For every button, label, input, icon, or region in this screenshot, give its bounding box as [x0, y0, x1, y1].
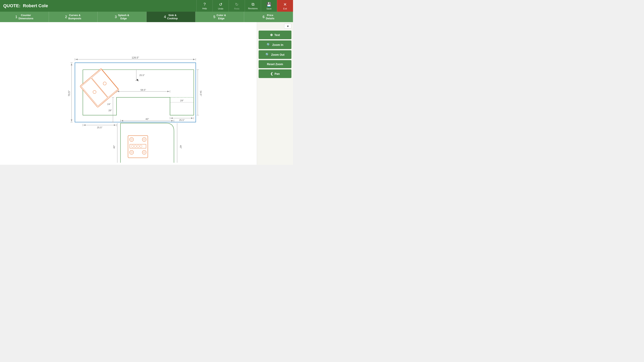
svg-marker-8 [193, 58, 195, 60]
svg-marker-13 [71, 64, 72, 65]
revisions-label: Revisions [248, 7, 258, 10]
canvas-area: 126.5" 70.5" 25.5" 58.5" [0, 22, 257, 165]
tab-counter-dimensions[interactable]: 1 CounterDimensions [0, 12, 49, 22]
revisions-icon: ⧉ [252, 2, 254, 7]
redo-label: Redo [234, 7, 239, 10]
svg-marker-52 [172, 120, 173, 121]
pan-icon: ❮ [270, 72, 273, 76]
main-content: 126.5" 70.5" 25.5" 58.5" [0, 22, 293, 165]
svg-marker-36 [191, 117, 193, 119]
text-label: Text [274, 33, 280, 37]
svg-text:25.5": 25.5" [139, 74, 145, 77]
app-header: QUOTE: Robert Cole ? Help ↺ Undo ↻ Redo … [0, 0, 293, 12]
zoom-in-button[interactable]: 🔍 Zoom In [258, 40, 292, 49]
save-icon: 💾 [266, 2, 272, 7]
sidebar: ▾ ⊕ Text 🔍 Zoom In 🔍 Zoom Out Reset Zoom… [257, 22, 293, 165]
undo-button[interactable]: ↺ Undo [212, 0, 228, 12]
collapse-button[interactable]: ▾ [284, 24, 292, 28]
svg-text:70.5": 70.5" [68, 90, 71, 96]
header-actions: ? Help ↺ Undo ↻ Redo ⧉ Revisions 💾 Save … [196, 0, 293, 12]
svg-text:54.5": 54.5" [200, 91, 202, 96]
zoom-in-label: Zoom In [272, 43, 283, 46]
quote-label: QUOTE: [3, 3, 20, 8]
undo-icon: ↺ [219, 2, 222, 7]
zoom-out-label: Zoom Out [271, 53, 284, 56]
svg-marker-14 [71, 119, 72, 121]
svg-text:25.5": 25.5" [97, 126, 102, 129]
svg-marker-24 [168, 91, 169, 92]
svg-text:40": 40" [146, 118, 149, 120]
tab-splash-edge[interactable]: 3 Splash &Edge [98, 12, 146, 22]
save-label: Save [266, 7, 272, 10]
help-icon: ? [204, 2, 206, 7]
svg-text:28": 28" [108, 109, 112, 112]
help-button[interactable]: ? Help [196, 0, 212, 12]
svg-marker-35 [171, 117, 173, 119]
svg-text:24": 24" [107, 103, 111, 106]
reset-zoom-button[interactable]: Reset Zoom [258, 60, 292, 68]
redo-button[interactable]: ↻ Redo [228, 0, 245, 12]
chevron-down-icon: ▾ [287, 24, 288, 28]
revisions-button[interactable]: ⧉ Revisions [245, 0, 261, 12]
svg-text:58.5": 58.5" [140, 88, 146, 91]
reset-zoom-label: Reset Zoom [267, 62, 283, 66]
exit-icon: ✕ [283, 2, 287, 7]
exit-button[interactable]: ✕ Exit [277, 0, 293, 12]
zoom-out-button[interactable]: 🔍 Zoom Out [258, 50, 292, 59]
svg-marker-46 [114, 124, 116, 126]
tab-sink-cooktop[interactable]: 4 Sink &Cooktop [146, 12, 196, 22]
svg-text:25.5": 25.5" [179, 119, 184, 121]
zoom-in-icon: 🔍 [267, 43, 271, 47]
tab-bar: 1 CounterDimensions 2 Curves &Bumpouts 3… [0, 12, 293, 22]
tab-curves-bumpouts[interactable]: 2 Curves &Bumpouts [49, 12, 98, 22]
quote-title: QUOTE: Robert Cole [3, 3, 48, 8]
svg-text:40": 40" [113, 145, 116, 149]
zoom-out-icon: 🔍 [266, 53, 270, 56]
customer-name: Robert Cole [23, 3, 48, 8]
help-label: Help [202, 7, 207, 10]
tab-color-edge[interactable]: 5 Color &Edge [196, 12, 244, 22]
redo-icon: ↻ [235, 2, 238, 7]
exit-label: Exit [283, 7, 287, 10]
tab-price-details[interactable]: 6 PriceDetails [244, 12, 293, 22]
pan-button[interactable]: ❮ Pan [258, 69, 292, 78]
svg-marker-7 [76, 58, 78, 60]
svg-text:126.5": 126.5" [132, 56, 139, 59]
save-button[interactable]: 💾 Save [261, 0, 277, 12]
svg-text:29": 29" [180, 99, 184, 102]
svg-marker-45 [84, 124, 86, 126]
svg-marker-51 [122, 120, 123, 121]
text-button[interactable]: ⊕ Text [258, 30, 292, 39]
counter-diagram: 126.5" 70.5" 25.5" 58.5" [2, 24, 255, 163]
pan-label: Pan [274, 72, 280, 75]
undo-label: Undo [218, 7, 223, 10]
svg-text:40": 40" [179, 145, 182, 149]
plus-circle-icon: ⊕ [270, 33, 273, 37]
